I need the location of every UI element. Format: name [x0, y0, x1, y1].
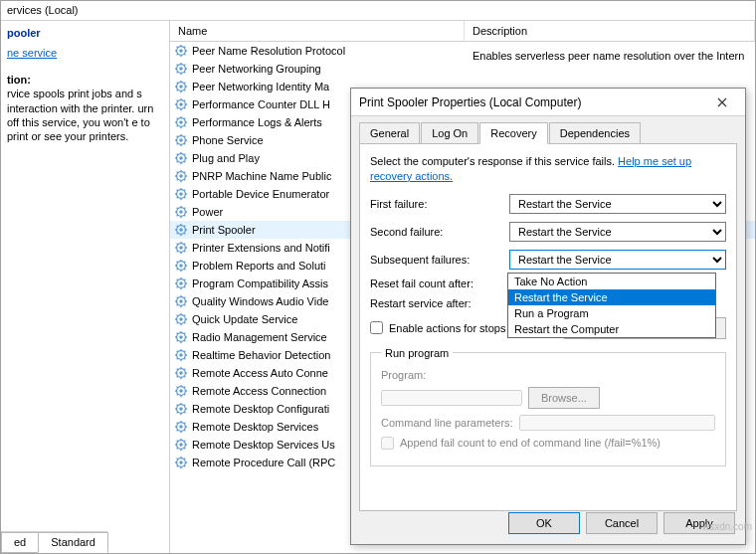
gear-icon — [174, 151, 188, 165]
dialog-buttons: OK Cancel Apply — [508, 512, 735, 534]
dialog-tab[interactable]: Dependencies — [549, 122, 641, 144]
col-name[interactable]: Name — [170, 21, 465, 41]
intro-text: Select the computer's response if this s… — [370, 154, 726, 184]
gear-icon — [174, 438, 188, 452]
dialog-tab[interactable]: Recovery — [479, 122, 547, 144]
details-pane: pooler ne service tion:rvice spools prin… — [1, 21, 170, 553]
run-program-legend: Run program — [381, 347, 453, 359]
cmdline-input — [519, 415, 715, 431]
gear-icon — [174, 277, 188, 290]
bottom-tabs: ed Standard — [1, 531, 107, 553]
gear-icon — [174, 259, 188, 273]
program-input — [381, 390, 522, 406]
gear-icon — [174, 115, 188, 129]
column-headers[interactable]: Name Description — [170, 21, 755, 42]
gear-icon — [174, 420, 188, 434]
subsequent-failure-select[interactable]: Restart the Service — [509, 250, 726, 270]
row-description: Enables serverless peer name resolution … — [465, 45, 755, 67]
subsequent-failure-dropdown[interactable]: Take No ActionRestart the ServiceRun a P… — [507, 273, 716, 338]
dialog-tabs: GeneralLog OnRecoveryDependencies — [351, 116, 745, 144]
dropdown-option[interactable]: Take No Action — [508, 274, 715, 289]
dialog-tab[interactable]: General — [359, 122, 420, 144]
gear-icon — [174, 456, 188, 469]
dropdown-option[interactable]: Restart the Service — [508, 289, 715, 305]
tab-extended[interactable]: ed — [1, 532, 39, 553]
run-program-group: Run program Program: Browse... Command l… — [370, 347, 726, 466]
program-label: Program: — [381, 369, 426, 381]
dialog-title: Print Spooler Properties (Local Computer… — [359, 95, 707, 109]
second-failure-label: Second failure: — [370, 226, 509, 238]
gear-icon — [174, 205, 188, 219]
gear-icon — [174, 223, 188, 237]
dialog-tab[interactable]: Log On — [421, 122, 478, 144]
gear-icon — [174, 80, 188, 93]
browse-button: Browse... — [528, 387, 600, 409]
gear-icon — [174, 187, 188, 201]
first-failure-label: First failure: — [370, 198, 509, 210]
gear-icon — [174, 294, 188, 308]
gear-icon — [174, 62, 188, 76]
action-link[interactable]: ne service — [7, 47, 163, 59]
subsequent-failure-label: Subsequent failures: — [370, 254, 509, 266]
gear-icon — [174, 402, 188, 416]
cmdline-label: Command line parameters: — [381, 417, 513, 429]
second-failure-select[interactable]: Restart the Service — [509, 222, 726, 242]
services-title: ervices (Local) — [1, 1, 755, 21]
dropdown-option[interactable]: Restart the Computer — [508, 321, 715, 337]
gear-icon — [174, 97, 188, 111]
ok-button[interactable]: OK — [508, 512, 580, 534]
desc-text: rvice spools print jobs and s interactio… — [7, 88, 153, 142]
close-icon[interactable] — [707, 92, 737, 112]
watermark: wsxdn.com — [702, 521, 752, 532]
append-label: Append fail count to end of command line… — [400, 437, 661, 449]
gear-icon — [174, 241, 188, 255]
gear-icon — [174, 312, 188, 326]
enable-stops-checkbox[interactable] — [370, 321, 383, 334]
gear-icon — [174, 384, 188, 398]
first-failure-select[interactable]: Restart the Service — [509, 194, 726, 214]
gear-icon — [174, 348, 188, 362]
tab-standard[interactable]: Standard — [38, 532, 108, 553]
gear-icon — [174, 366, 188, 380]
gear-icon — [174, 169, 188, 183]
dropdown-option[interactable]: Run a Program — [508, 305, 715, 321]
append-checkbox — [381, 437, 394, 450]
selected-service-name: pooler — [7, 27, 163, 39]
reset-count-label: Reset fail count after: — [370, 277, 509, 289]
col-description[interactable]: Description — [465, 21, 755, 41]
desc-label: tion: — [7, 74, 31, 86]
gear-icon — [174, 44, 188, 58]
restart-after-label: Restart service after: — [370, 297, 509, 309]
cancel-button[interactable]: Cancel — [586, 512, 658, 534]
dialog-titlebar[interactable]: Print Spooler Properties (Local Computer… — [351, 89, 745, 116]
gear-icon — [174, 133, 188, 147]
gear-icon — [174, 330, 188, 344]
